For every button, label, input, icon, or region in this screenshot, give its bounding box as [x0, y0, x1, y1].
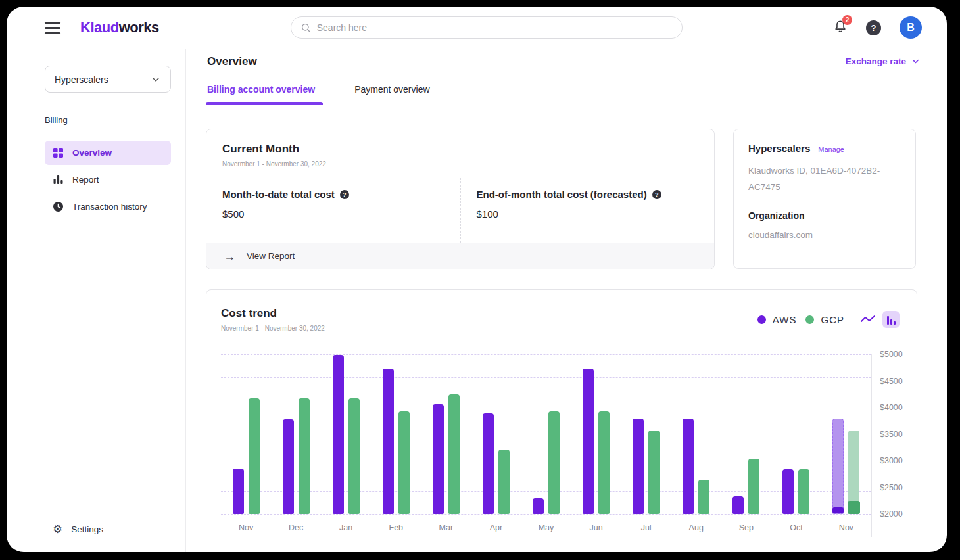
manage-link[interactable]: Manage	[818, 145, 844, 153]
exchange-rate-dropdown[interactable]: Exchange rate	[846, 57, 921, 66]
cost-trend-date-range: Novermber 1 - Novermber 30, 2022	[221, 325, 325, 332]
bar-group-jul-8	[633, 354, 660, 514]
bar-gcp-nov-0	[249, 398, 260, 514]
y-tick-4: $3000	[880, 456, 903, 465]
sidebar-item-label: Transaction history	[72, 202, 147, 212]
sidebar: Hyperscalers Billing Overview Report	[7, 49, 186, 552]
bar-aws-jan-2	[333, 355, 344, 514]
tab-billing-account-overview[interactable]: Billing account overview	[207, 74, 323, 105]
y-tick-5: $2500	[880, 483, 903, 492]
sidebar-item-transaction-history[interactable]: Transaction history	[45, 195, 171, 219]
x-tick-oct-11: Oct	[771, 523, 821, 532]
hyperscalers-account-card: Hyperscalers Manage Klaudworks ID, 01EA6…	[733, 129, 916, 269]
page-title: Overview	[207, 55, 257, 68]
user-avatar[interactable]: B	[900, 16, 922, 39]
bar-group-feb-3	[383, 354, 410, 514]
bar-aws-apr-5	[483, 413, 494, 514]
bar-gcp-dec-1	[299, 398, 310, 514]
help-button[interactable]: ?	[866, 20, 881, 35]
bar-gcp-jun-7	[598, 411, 610, 514]
gridline	[221, 514, 871, 515]
bar-group-apr-5	[483, 354, 510, 514]
chart-legend: AWS GCP	[757, 311, 900, 328]
bar-aws-jul-8	[633, 419, 644, 514]
search-input[interactable]	[317, 22, 673, 33]
chart-plot	[221, 354, 871, 514]
bar-aws-nov-12	[832, 419, 844, 514]
bar-aws-sep-10	[732, 496, 744, 514]
y-tick-2: $4000	[880, 403, 903, 412]
bar-actual-cap-gcp	[848, 501, 860, 514]
current-month-date-range: Novermber 1 - Novermber 30, 2022	[222, 160, 698, 168]
x-tick-aug-9: Aug	[671, 523, 721, 532]
bar-aws-nov-0	[233, 469, 244, 514]
sidebar-item-label: Report	[72, 175, 99, 185]
metric-end-of-month: End-of-month total cost (forecasted) ? $…	[460, 178, 715, 243]
cost-trend-title: Cost trend	[221, 307, 325, 320]
chart-yaxis: $5000$4500$4000$3500$3000$2500$2000	[871, 354, 917, 537]
bar-gcp-oct-11	[798, 469, 809, 514]
line-chart-icon	[860, 314, 876, 325]
bar-chart-icon	[53, 174, 64, 185]
organization-value: cloudaffairs.com	[748, 230, 901, 240]
bar-aws-aug-9	[683, 419, 694, 514]
tab-payment-overview[interactable]: Payment overview	[354, 74, 437, 105]
y-tick-3: $3500	[880, 430, 903, 439]
content-area: Current Month Novermber 1 - Novermber 30…	[186, 105, 947, 552]
x-tick-dec-1: Dec	[271, 523, 321, 532]
sidebar-item-settings[interactable]: ⚙ Settings	[45, 524, 171, 535]
gcp-legend-dot	[805, 315, 814, 324]
x-tick-feb-3: Feb	[371, 523, 421, 532]
tab-bar: Billing account overview Payment overvie…	[186, 74, 947, 105]
clock-icon	[53, 201, 64, 212]
y-tick-6: $2000	[880, 509, 903, 519]
cost-trend-card: Cost trend Novermber 1 - Novermber 30, 2…	[206, 289, 917, 552]
view-report-label: View Report	[247, 251, 295, 261]
gcp-legend-label: GCP	[821, 314, 844, 325]
search-bar[interactable]	[291, 16, 683, 39]
x-tick-apr-5: Apr	[471, 523, 521, 532]
help-tooltip-icon[interactable]: ?	[652, 190, 661, 199]
view-report-button[interactable]: → View Report	[206, 243, 714, 269]
hamburger-menu-icon[interactable]	[45, 22, 60, 34]
bar-gcp-jul-8	[648, 431, 660, 514]
exchange-rate-label: Exchange rate	[846, 57, 906, 66]
bar-gcp-feb-3	[398, 411, 410, 514]
metric-label: End-of-month total cost (forecasted)	[477, 189, 647, 200]
x-tick-may-6: May	[521, 523, 571, 532]
sidebar-item-label: Overview	[72, 148, 112, 158]
bar-aws-jun-7	[583, 369, 594, 514]
page-header: Overview Exchange rate	[186, 49, 947, 74]
bar-gcp-sep-10	[748, 459, 759, 514]
sidebar-item-overview[interactable]: Overview	[45, 141, 171, 165]
help-tooltip-icon[interactable]: ?	[340, 190, 349, 199]
scope-selector[interactable]: Hyperscalers	[45, 66, 171, 93]
sidebar-item-report[interactable]: Report	[45, 168, 171, 192]
aws-legend-dot	[757, 315, 766, 324]
bar-group-oct-11	[782, 354, 809, 514]
bar-aws-feb-3	[383, 369, 394, 514]
bar-chart-toggle[interactable]	[882, 311, 900, 328]
app-logo: Klaudworks	[80, 19, 159, 36]
bar-group-mar-4	[433, 354, 460, 514]
top-bar: Klaudworks 2 ? B	[7, 7, 947, 49]
app-window: Klaudworks 2 ? B Hyperscalers Bil	[7, 7, 947, 552]
bar-gcp-apr-5	[498, 450, 510, 514]
x-tick-nov-0: Nov	[221, 523, 271, 532]
aws-legend-label: AWS	[773, 314, 797, 325]
chevron-down-icon	[911, 57, 921, 66]
x-tick-mar-4: Mar	[421, 523, 471, 532]
metric-month-to-date: Month-to-date total cost ? $500	[206, 178, 460, 243]
notifications-button[interactable]: 2	[833, 19, 848, 36]
logo-part-1: Klaud	[80, 19, 119, 35]
bar-group-dec-1	[283, 354, 310, 514]
bar-aws-mar-4	[433, 404, 444, 514]
chevron-down-icon	[151, 74, 161, 85]
line-chart-toggle[interactable]	[860, 314, 876, 325]
metric-value: $500	[222, 208, 444, 220]
notification-badge: 2	[842, 15, 852, 25]
current-month-card: Current Month Novermber 1 - Novermber 30…	[206, 129, 715, 269]
grid-icon	[53, 147, 64, 158]
y-tick-1: $4500	[880, 377, 903, 386]
x-tick-sep-10: Sep	[721, 523, 771, 532]
